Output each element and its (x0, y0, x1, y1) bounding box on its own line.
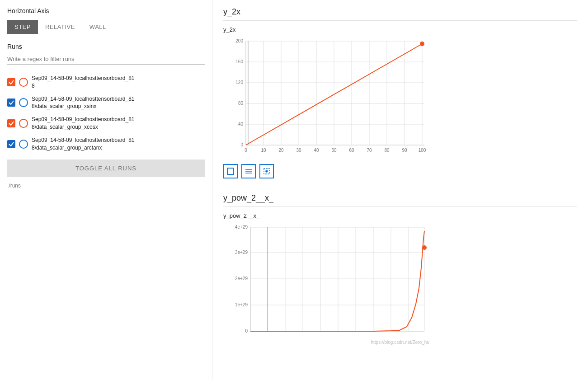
select-button-1[interactable] (259, 164, 274, 178)
chart-toolbar-1 (223, 164, 431, 178)
axis-btn-relative[interactable]: RELATIVE (38, 20, 82, 34)
chart-inner-title-2: y_pow_2__x_ (223, 212, 577, 219)
svg-rect-37 (227, 168, 234, 174)
run-label-3: Sep09_14-58-09_localhosttensorboard_818\… (32, 116, 205, 131)
svg-text:100: 100 (419, 148, 426, 153)
svg-text:120: 120 (235, 80, 243, 85)
chart-section-1: y_2x y_2x (212, 0, 588, 186)
chart-section-2: y_pow_2__x_ y_pow_2__x_ (212, 186, 588, 354)
run-checkbox-3[interactable] (7, 119, 15, 127)
axis-buttons: STEP RELATIVE WALL (7, 20, 205, 34)
main-content: y_2x y_2x (212, 0, 588, 380)
svg-text:40: 40 (238, 122, 244, 127)
lines-button-1[interactable] (241, 164, 256, 178)
svg-text:4e+29: 4e+29 (235, 225, 248, 230)
chart-container-2: 0 1e+29 2e+29 3e+29 4e+29 (223, 223, 431, 347)
axis-btn-step[interactable]: STEP (7, 20, 38, 34)
run-circle-4[interactable] (19, 140, 28, 149)
run-item-2: Sep09_14-58-09_localhosttensorboard_818\… (7, 93, 205, 113)
svg-text:60: 60 (349, 148, 354, 153)
sidebar-title: Horizontal Axis (7, 7, 205, 14)
svg-text:50: 50 (331, 148, 337, 153)
run-label-1: Sep09_14-58-09_localhosttensorboard_818 (32, 75, 205, 90)
axis-btn-wall[interactable]: WALL (82, 20, 113, 34)
toggle-all-runs-button[interactable]: TOGGLE ALL RUNS (7, 160, 205, 177)
svg-text:20: 20 (278, 148, 284, 153)
svg-point-36 (420, 42, 424, 46)
run-circle-3[interactable] (19, 119, 28, 128)
svg-text:0: 0 (245, 148, 247, 153)
run-item-3: Sep09_14-58-09_localhosttensorboard_818\… (7, 113, 205, 134)
run-checkbox-2[interactable] (7, 99, 15, 107)
run-circle-1[interactable] (19, 78, 28, 87)
svg-text:3e+29: 3e+29 (235, 250, 248, 255)
expand-button-1[interactable] (223, 164, 238, 178)
chart-inner-title-1: y_2x (223, 26, 577, 33)
sidebar: Horizontal Axis STEP RELATIVE WALL Runs … (0, 0, 212, 380)
chart-section-title-1: y_2x (223, 7, 577, 21)
svg-text:2e+29: 2e+29 (235, 276, 248, 281)
svg-text:90: 90 (402, 148, 407, 153)
run-item-1: Sep09_14-58-09_localhosttensorboard_818 (7, 72, 205, 93)
svg-text:1e+29: 1e+29 (235, 302, 248, 307)
svg-text:200: 200 (235, 38, 243, 43)
svg-text:160: 160 (235, 59, 243, 64)
run-circle-2[interactable] (19, 98, 28, 107)
run-label-2: Sep09_14-58-09_localhosttensorboard_818\… (32, 95, 205, 111)
svg-text:70: 70 (367, 148, 372, 153)
chart-svg-2: 0 1e+29 2e+29 3e+29 4e+29 (223, 223, 431, 345)
svg-text:80: 80 (238, 101, 244, 106)
svg-text:0: 0 (240, 142, 243, 147)
svg-text:0: 0 (245, 328, 248, 333)
chart-section-title-2: y_pow_2__x_ (223, 193, 577, 207)
runs-path: ./runs (7, 183, 205, 189)
svg-point-42 (266, 170, 268, 172)
run-label-4: Sep09_14-58-09_localhosttensorboard_818\… (32, 136, 205, 152)
svg-text:30: 30 (296, 148, 301, 153)
watermark: https://blog.csdn.net/Zero_hu (371, 340, 429, 345)
svg-text:80: 80 (384, 148, 390, 153)
chart-container-1: 0 40 80 120 160 200 0 10 20 30 40 50 60 … (223, 37, 431, 178)
runs-label: Runs (7, 43, 205, 50)
run-item-4: Sep09_14-58-09_localhosttensorboard_818\… (7, 134, 205, 155)
chart-svg-1: 0 40 80 120 160 200 0 10 20 30 40 50 60 … (223, 37, 431, 159)
run-checkbox-1[interactable] (7, 78, 15, 86)
svg-point-66 (422, 245, 427, 250)
filter-input[interactable] (7, 54, 205, 65)
svg-text:10: 10 (261, 148, 266, 153)
svg-text:40: 40 (314, 148, 319, 153)
run-checkbox-4[interactable] (7, 140, 15, 148)
